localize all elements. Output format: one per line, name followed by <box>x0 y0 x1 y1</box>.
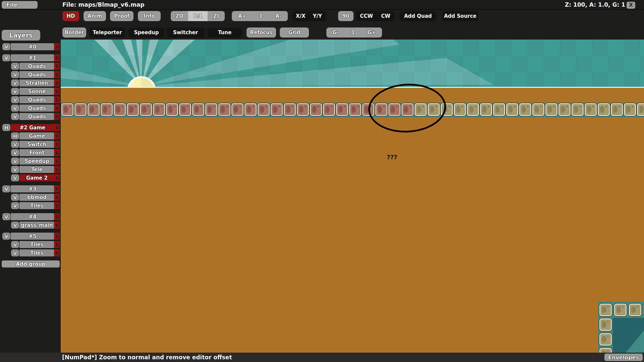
layer-s-badge[interactable]: S <box>54 194 60 201</box>
layer-row-speedup[interactable]: VSpeedupS <box>0 158 61 165</box>
layer-s-badge[interactable]: S <box>54 79 60 86</box>
layer-row--1[interactable]: V#1S <box>0 54 61 61</box>
layer-s-badge[interactable]: S <box>54 185 60 192</box>
zoom-in-button[interactable]: ZI <box>208 11 225 21</box>
layer-name-label[interactable]: Tiles <box>19 249 54 256</box>
visibility-on-toggle[interactable]: V <box>2 185 10 192</box>
visibility-on-toggle[interactable]: V <box>11 105 19 112</box>
grid-decrease-button[interactable]: G- <box>333 29 339 36</box>
layer-name-label[interactable]: #1 <box>11 54 54 61</box>
layer-row-quads[interactable]: VQuadsS <box>0 105 61 112</box>
map-editor-canvas[interactable]: ??? <box>61 40 644 353</box>
layer-name-label[interactable]: Tele <box>19 166 54 173</box>
layer-row--4[interactable]: V#4S <box>0 213 61 220</box>
border-button[interactable]: Border <box>62 27 86 38</box>
visibility-on-toggle[interactable]: V <box>11 202 19 209</box>
visibility-on-toggle[interactable]: V <box>2 43 10 50</box>
layer-s-badge[interactable]: S <box>54 105 60 112</box>
layer-name-label[interactable]: #4 <box>11 213 54 220</box>
visibility-on-toggle[interactable]: V <box>11 71 19 78</box>
visibility-on-toggle[interactable]: V <box>11 79 19 86</box>
refocus-button[interactable]: Refocus <box>247 27 276 38</box>
layer-name-label[interactable]: grass_main <box>19 222 54 229</box>
layer-s-badge[interactable]: S <box>54 124 60 131</box>
add-source-button[interactable]: Add Source <box>442 11 478 21</box>
flip-y-button[interactable]: Y/Y <box>313 13 322 19</box>
visibility-on-toggle[interactable]: V <box>11 158 19 165</box>
layer-name-label[interactable]: Game <box>19 132 54 139</box>
info-toggle-button[interactable]: Info <box>138 11 161 21</box>
anim-speed-increase-button[interactable]: A+ <box>238 13 246 19</box>
layer-name-label[interactable]: Front <box>19 149 54 156</box>
layer-s-badge[interactable]: S <box>54 141 60 148</box>
layer-s-badge[interactable]: S <box>54 249 60 256</box>
zoom-normal-button[interactable]: 1:1 <box>188 11 208 21</box>
file-menu-button[interactable]: File <box>2 1 38 9</box>
layer-row--5[interactable]: V#5S <box>0 233 61 240</box>
visibility-on-toggle[interactable]: V <box>11 113 19 120</box>
visibility-off-toggle[interactable]: H <box>11 132 19 139</box>
layer-name-label[interactable]: #0 <box>11 43 54 50</box>
visibility-on-toggle[interactable]: V <box>11 241 19 248</box>
layer-row-quads[interactable]: VQuadsS <box>0 71 61 78</box>
visibility-on-toggle[interactable]: V <box>11 249 19 256</box>
visibility-on-toggle[interactable]: V <box>11 141 19 148</box>
teleporter-button[interactable]: Teleporter <box>90 27 125 38</box>
layer-name-label[interactable]: Sonne <box>19 88 54 95</box>
grid-increase-button[interactable]: G+ <box>367 29 376 36</box>
layer-s-badge[interactable]: S <box>54 241 60 248</box>
layer-name-label[interactable]: Quads <box>19 105 54 112</box>
visibility-on-toggle[interactable]: V <box>11 194 19 201</box>
rotate-amount-value[interactable]: 90 <box>338 11 354 21</box>
layer-row-tele[interactable]: VTeleS <box>0 166 61 173</box>
layer-row--2-game[interactable]: H#2 GameS <box>0 124 61 131</box>
anim-speed-decrease-button[interactable]: A- <box>275 13 281 19</box>
visibility-on-toggle[interactable]: V <box>11 174 19 181</box>
visibility-on-toggle[interactable]: V <box>11 88 19 95</box>
layer-row-front[interactable]: VFrontS <box>0 149 61 156</box>
layer-s-badge[interactable]: S <box>54 149 60 156</box>
layer-s-badge[interactable]: S <box>54 71 60 78</box>
layer-name-label[interactable]: Quads <box>19 96 54 103</box>
layer-name-label[interactable]: Tiles <box>19 202 54 209</box>
tune-button[interactable]: Tune <box>207 27 242 38</box>
visibility-off-toggle[interactable]: H <box>2 124 10 131</box>
layer-name-label[interactable]: Quads <box>19 63 54 70</box>
layer-s-badge[interactable]: S <box>54 174 60 181</box>
layer-s-badge[interactable]: S <box>54 54 60 61</box>
proof-toggle-button[interactable]: Proof <box>110 11 133 21</box>
layer-s-badge[interactable]: S <box>54 202 60 209</box>
layer-row--3[interactable]: V#3S <box>0 185 61 192</box>
flip-x-button[interactable]: X/X <box>296 13 306 19</box>
visibility-on-toggle[interactable]: V <box>11 222 19 229</box>
layer-s-badge[interactable]: S <box>54 222 60 229</box>
layer-name-label[interactable]: bbmod <box>19 194 54 201</box>
layer-row-game-2[interactable]: VGame 2S <box>0 174 61 181</box>
visibility-on-toggle[interactable]: V <box>2 54 10 61</box>
visibility-on-toggle[interactable]: V <box>11 96 19 103</box>
layer-s-badge[interactable]: S <box>54 96 60 103</box>
switcher-button[interactable]: Switcher <box>167 27 204 38</box>
zoom-out-button[interactable]: ZO <box>171 11 188 21</box>
layer-name-label[interactable]: #5 <box>11 233 54 240</box>
layer-row-sonne[interactable]: VSonneS <box>0 88 61 95</box>
layer-s-badge[interactable]: S <box>54 132 60 139</box>
layer-row-quads[interactable]: VQuadsS <box>0 63 61 70</box>
layer-name-label[interactable]: #3 <box>11 185 54 192</box>
layer-name-label[interactable]: Tiles <box>19 241 54 248</box>
layer-name-label[interactable]: #2 Game <box>11 124 54 131</box>
layer-row-tiles[interactable]: VTilesS <box>0 241 61 248</box>
layer-row-grass-main[interactable]: Vgrass_mainS <box>0 222 61 229</box>
layer-name-label[interactable]: Quads <box>19 113 54 120</box>
close-icon[interactable]: X <box>627 2 635 9</box>
layer-row-game[interactable]: HGameS <box>0 132 61 139</box>
layer-row-tiles[interactable]: VTilesS <box>0 202 61 209</box>
layer-row-tiles[interactable]: VTilesS <box>0 249 61 256</box>
layer-s-badge[interactable]: S <box>54 233 60 240</box>
add-group-button[interactable]: Add group <box>2 260 60 267</box>
layer-name-label[interactable]: Game 2 <box>19 174 54 181</box>
layer-name-label[interactable]: Quads <box>19 71 54 78</box>
add-quad-button[interactable]: Add Quad <box>399 11 436 21</box>
speedup-button[interactable]: Speedup <box>128 27 164 38</box>
layer-s-badge[interactable]: S <box>54 166 60 173</box>
